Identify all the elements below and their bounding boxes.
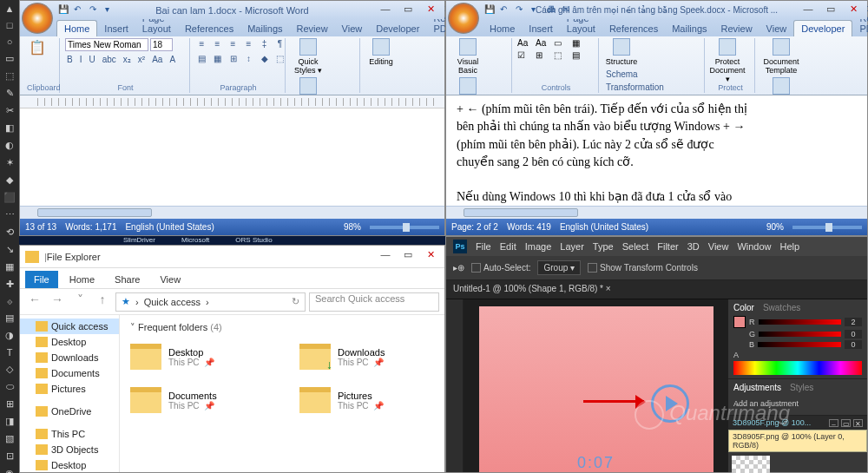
search-input[interactable]: Search Quick access <box>309 292 439 312</box>
color-channel-row[interactable]: B0 <box>733 340 862 349</box>
minimize-button[interactable]: — <box>375 3 396 17</box>
nav-item[interactable]: Documents <box>20 365 119 381</box>
paragraph-button[interactable]: ≡ <box>242 38 255 51</box>
play-button-shape[interactable] <box>651 384 689 423</box>
nav-item[interactable]: Downloads <box>20 350 119 365</box>
mini-max-icon[interactable]: ▭ <box>841 419 851 427</box>
paste-button[interactable]: 📋 <box>27 38 48 56</box>
explorer-tab[interactable]: Home <box>61 271 103 288</box>
paragraph-button[interactable]: ¶ <box>273 38 286 51</box>
tool-icon[interactable]: ✂ <box>6 105 14 116</box>
word-count[interactable]: Words: 1,171 <box>65 222 116 232</box>
mini-doc-title[interactable]: 3D8905F.png @ 100... <box>733 418 811 427</box>
zoom-slider[interactable] <box>370 226 439 229</box>
menu-item[interactable]: Select <box>622 241 649 252</box>
tool-icon[interactable]: ⋯ <box>5 209 15 220</box>
qat-button[interactable]: 💾 <box>58 4 70 16</box>
address-bar[interactable]: ★ › Quick access › ↻ <box>115 292 306 312</box>
document-tab[interactable]: Untitled-1 @ 100% (Shape 1, RGB/8) * × <box>446 280 867 299</box>
content-pane[interactable]: ˅ Frequent folders (4) DesktopThis PC 📌D… <box>120 315 444 472</box>
ribbon-tab[interactable]: Mailings <box>665 21 713 36</box>
qat-button[interactable]: ▾ <box>105 4 117 16</box>
ruler[interactable] <box>20 95 444 108</box>
tool-icon[interactable]: ◐ <box>5 140 14 151</box>
nav-item[interactable]: OneDrive <box>20 404 119 419</box>
mini-close-icon[interactable]: ✕ <box>853 419 863 427</box>
paragraph-button[interactable]: ▤ <box>195 53 208 66</box>
qat-button[interactable]: ↷ <box>516 4 528 16</box>
mini-doc-thumb[interactable] <box>728 452 867 473</box>
protect-button[interactable]: Protect Document ▾ <box>710 38 745 83</box>
font-size-select[interactable]: 18 <box>150 38 173 51</box>
qat-button[interactable]: ↶ <box>74 4 86 16</box>
qat-button[interactable]: 💾 <box>484 4 496 16</box>
paragraph-button[interactable]: ↕ <box>242 53 255 66</box>
nav-item[interactable]: Quick access <box>20 319 119 334</box>
ribbon-tab[interactable]: Insert <box>522 21 560 36</box>
folder-item[interactable]: DesktopThis PC 📌 <box>130 344 265 370</box>
horizontal-scrollbar[interactable] <box>20 206 444 219</box>
tool-icon[interactable]: ▲ <box>5 3 15 14</box>
tool-icon[interactable]: ⊞ <box>6 398 14 410</box>
menu-item[interactable]: Window <box>737 241 771 252</box>
explorer-tab[interactable]: File <box>25 271 58 288</box>
tool-icon[interactable]: ◇ <box>6 364 13 375</box>
ribbon-tab[interactable]: View <box>335 21 370 36</box>
font-format-button[interactable]: I <box>78 54 84 65</box>
tool-icon[interactable]: ◑ <box>5 330 14 341</box>
tool-icon[interactable]: ⊡ <box>6 450 14 462</box>
tool-icon[interactable]: ⟐ <box>7 296 13 306</box>
tool-icon[interactable]: ▭ <box>5 53 14 64</box>
editing-button[interactable]: Editing <box>365 38 397 66</box>
folder-item[interactable]: PicturesThis PC 📌 <box>299 387 434 413</box>
tool-icon[interactable]: ▦ <box>5 261 14 273</box>
ribbon-tab[interactable]: Home <box>483 21 522 36</box>
control-button[interactable]: Aa <box>536 38 551 48</box>
up-button[interactable]: ↑ <box>93 292 112 312</box>
paragraph-button[interactable]: ⬚ <box>273 53 286 66</box>
canvas[interactable]: 0:07 <box>479 306 713 472</box>
forward-button[interactable]: → <box>48 292 67 312</box>
paragraph-button[interactable]: ⊞ <box>227 53 240 66</box>
close-button[interactable]: ✕ <box>420 249 441 263</box>
language-status[interactable]: English (United States) <box>125 222 214 232</box>
style-button[interactable]: Quick Styles ▾ <box>291 38 326 75</box>
horizontal-scrollbar[interactable] <box>446 206 867 219</box>
tool-icon[interactable]: ◉ <box>5 468 14 473</box>
control-button[interactable]: ☑ <box>517 50 533 60</box>
menu-item[interactable]: File <box>476 241 491 252</box>
minimize-button[interactable]: — <box>375 249 396 263</box>
font-format-button[interactable]: abc <box>101 54 118 65</box>
paragraph-button[interactable]: ◆ <box>258 53 271 66</box>
tab-color[interactable]: Color <box>733 303 754 312</box>
menu-item[interactable]: View <box>708 241 729 252</box>
section-heading[interactable]: ˅ Frequent folders (4) <box>130 322 434 333</box>
auto-select-target[interactable]: Group ▾ <box>537 260 581 275</box>
tab-swatches[interactable]: Swatches <box>763 303 800 312</box>
office-button[interactable] <box>448 3 479 34</box>
paragraph-button[interactable]: ▦ <box>211 53 224 66</box>
tool-icon[interactable]: ▧ <box>5 433 14 444</box>
color-channel-row[interactable]: G0 <box>733 330 862 338</box>
ribbon-tab[interactable]: View <box>760 21 794 36</box>
menu-item[interactable]: Filter <box>657 241 678 252</box>
menu-item[interactable]: 3D <box>687 241 700 252</box>
breadcrumb-location[interactable]: Quick access <box>144 297 201 307</box>
close-button[interactable]: ✕ <box>843 3 864 17</box>
ribbon-tab[interactable]: Developer <box>369 21 426 36</box>
ribbon-tab[interactable]: Review <box>290 21 335 36</box>
tool-icon[interactable]: ⟲ <box>6 227 14 238</box>
control-button[interactable]: ▦ <box>572 38 588 48</box>
nav-item[interactable]: Pictures <box>20 381 119 397</box>
font-format-button[interactable]: B <box>65 54 75 65</box>
control-button[interactable]: Aa <box>517 38 533 48</box>
recent-dropdown[interactable]: ˅ <box>70 292 89 312</box>
tool-icon[interactable]: ✎ <box>6 88 14 99</box>
maximize-button[interactable]: ▭ <box>398 3 418 17</box>
menu-item[interactable]: Image <box>525 241 552 252</box>
move-tool-icon[interactable]: ▸⊕ <box>453 263 464 273</box>
control-button[interactable]: ⬚ <box>554 50 569 60</box>
ribbon-tab[interactable]: References <box>602 21 665 36</box>
explorer-tab[interactable]: Share <box>106 271 148 288</box>
explorer-tab[interactable]: View <box>151 271 189 288</box>
